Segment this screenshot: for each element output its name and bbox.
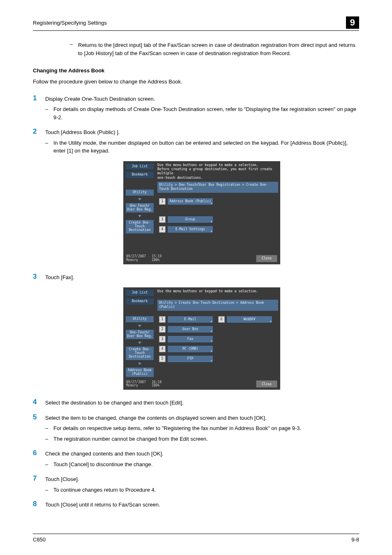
step-7: 7 Touch [Close]. –To continue changes re…: [33, 474, 359, 494]
breadcrumb: Utility > Create One-Touch Destination >…: [157, 300, 278, 311]
dash-icon: –: [45, 139, 53, 155]
menu-button[interactable]: FTP: [167, 355, 213, 363]
sidebar-utility[interactable]: Utility: [125, 189, 154, 196]
step-number: 1: [33, 94, 45, 122]
dash-icon: –: [45, 460, 53, 469]
device-footer: 09/27/2007 Memory 16:18 100% Close: [124, 379, 280, 389]
arrow-down-icon: [138, 363, 141, 365]
step-text: Check the changed contents and then touc…: [45, 450, 359, 458]
sidebar-onetouch[interactable]: One-Touch/ User Box Reg.: [125, 203, 154, 213]
page-footer: C650 9-8: [33, 534, 359, 543]
sidebar-bookmark[interactable]: Bookmark: [125, 298, 154, 305]
menu-item-ftp[interactable]: 5 FTP: [159, 355, 213, 363]
menu-number: 2: [159, 326, 166, 333]
step-text: Display Create One-Touch Destination scr…: [45, 95, 359, 103]
menu-button[interactable]: E-Mail: [167, 316, 213, 323]
sidebar-joblist[interactable]: Job List: [125, 289, 154, 296]
menu-item-pc-smb[interactable]: 4 PC (SMB): [159, 345, 213, 353]
close-button[interactable]: Close: [256, 380, 277, 388]
step-text: Select the destination to be changed and…: [45, 399, 359, 407]
page-header: Registering/Specifying Settings 9: [33, 16, 359, 31]
menu-button[interactable]: Group: [167, 216, 213, 223]
menu-button[interactable]: Fax: [167, 335, 213, 343]
sidebar-bookmark[interactable]: Bookmark: [125, 171, 154, 178]
device-footer: 09/27/2007 Memory 15:19 100% Close: [124, 254, 280, 264]
step-number: 3: [33, 273, 45, 282]
step-2: 2 Touch [Address Book (Public) ]. – In t…: [33, 127, 359, 155]
menu-number: 3: [159, 216, 166, 223]
close-button[interactable]: Close: [256, 255, 277, 262]
step-text: Touch [Close].: [45, 475, 359, 483]
section-intro: Follow the procedure given below to chan…: [33, 78, 359, 86]
footer-mem-label: Memory: [126, 259, 146, 262]
device-hint: Use the menu buttons or keypad to make a…: [157, 163, 278, 180]
step-text: Touch [Close] until it returns to Fax/Sc…: [45, 501, 359, 509]
step-subtext: The registration number cannot be change…: [53, 435, 359, 443]
step-number: 5: [33, 413, 45, 443]
menu-item-address-book[interactable]: 1 Address Book (Public): [159, 198, 213, 205]
footer-right: 9-8: [351, 536, 359, 543]
step-number: 6: [33, 449, 45, 468]
menu-item-group[interactable]: 3 Group: [159, 216, 213, 223]
menu-number: 1: [159, 316, 166, 323]
dash-icon: –: [70, 41, 78, 57]
footer-mem: 100%: [152, 384, 161, 388]
dash-icon: –: [45, 424, 53, 432]
sidebar-utility[interactable]: Utility: [125, 316, 154, 323]
touchscreen-2: Job List Bookmark Utility One-Touch/ Use…: [123, 287, 280, 390]
dash-icon: –: [45, 435, 53, 443]
step-4: 4 Select the destination to be changed a…: [33, 398, 359, 407]
dash-icon: –: [45, 486, 53, 494]
step-8: 8 Touch [Close] until it returns to Fax/…: [33, 500, 359, 509]
footer-left: C650: [33, 536, 46, 543]
arrow-down-icon: [138, 198, 141, 201]
menu-button[interactable]: WebDAV: [226, 316, 272, 323]
menu-button[interactable]: PC (SMB): [167, 345, 213, 353]
step-text: Select the item to be changed, change th…: [45, 414, 359, 422]
breadcrumb: Utility > One-Touch/User Box Registratio…: [157, 182, 278, 193]
section-heading: Changing the Address Book: [33, 67, 359, 74]
step-text: Touch [Address Book (Public) ].: [45, 128, 359, 136]
menu-button[interactable]: Address Book (Public): [167, 198, 213, 205]
step-5: 5 Select the item to be changed, change …: [33, 413, 359, 443]
menu-item-webdav[interactable]: 6 WebDAV: [218, 316, 272, 323]
device-hint: Use the menu buttons or keypad to make a…: [157, 289, 278, 294]
step-text: Touch [Fax].: [45, 273, 359, 282]
sidebar-create-onetouch[interactable]: Create One-Touch Destination: [125, 220, 154, 234]
step-3: 3 Touch [Fax].: [33, 273, 359, 282]
sidebar-address-book[interactable]: Address Book (Public): [125, 367, 154, 378]
arrow-down-icon: [138, 342, 141, 344]
step-number: 2: [33, 127, 45, 155]
chapter-badge: 9: [346, 16, 359, 29]
step-number: 7: [33, 474, 45, 494]
step-subtext: For details on display methods of Create…: [53, 105, 359, 121]
intro-text: Returns to the [direct input] tab of the…: [78, 41, 359, 57]
arrow-down-icon: [138, 215, 141, 217]
menu-item-fax[interactable]: 3 Fax: [159, 335, 213, 343]
intro-bullet: – Returns to the [direct input] tab of t…: [70, 41, 359, 57]
footer-mem: 100%: [152, 259, 161, 262]
header-title: Registering/Specifying Settings: [33, 20, 107, 26]
menu-button[interactable]: E-Mail Settings: [167, 226, 213, 233]
menu-button[interactable]: User Box: [167, 326, 213, 333]
sidebar-onetouch[interactable]: One-Touch/ User Box Reg.: [125, 329, 154, 340]
menu-number: 6: [218, 316, 225, 323]
device-sidebar: Job List Bookmark Utility One-Touch/ Use…: [124, 162, 156, 254]
sidebar-joblist[interactable]: Job List: [125, 163, 154, 170]
step-subtext: For details on respective setup items, r…: [53, 424, 359, 432]
step-subtext: Touch [Cancel] to discontinue the change…: [53, 460, 359, 469]
menu-number: 4: [159, 346, 166, 352]
menu-item-email-settings[interactable]: 4 E-Mail Settings: [159, 226, 213, 233]
menu-number: 4: [159, 226, 166, 233]
step-6: 6 Check the changed contents and then to…: [33, 449, 359, 468]
touchscreen-1: Job List Bookmark Utility One-Touch/ Use…: [123, 161, 280, 264]
footer-mem-label: Memory: [126, 384, 146, 388]
step-subtext: In the Utility mode, the number displaye…: [53, 139, 359, 155]
menu-item-email[interactable]: 1 E-Mail: [159, 316, 213, 323]
menu-item-userbox[interactable]: 2 User Box: [159, 326, 213, 333]
step-number: 4: [33, 398, 45, 407]
device-sidebar: Job List Bookmark Utility One-Touch/ Use…: [124, 288, 156, 379]
menu-number: 3: [159, 336, 166, 342]
sidebar-create-onetouch[interactable]: Create One-Touch Destination: [125, 346, 154, 360]
step-number: 8: [33, 500, 45, 509]
